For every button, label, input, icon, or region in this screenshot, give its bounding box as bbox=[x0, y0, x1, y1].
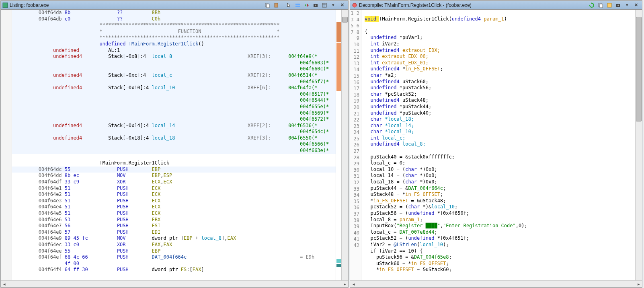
scroll-right-decompile-icon[interactable]: ▸ bbox=[635, 281, 642, 287]
refresh-icon[interactable] bbox=[588, 2, 596, 9]
decompile-line[interactable]: puStack56 = (undefined *)0x4f650f; bbox=[361, 210, 635, 217]
close-decompile-icon[interactable]: ✕ bbox=[632, 2, 640, 9]
decompile-line[interactable]: int extraout_EDX_00; bbox=[361, 53, 635, 60]
cursor-icon[interactable] bbox=[285, 2, 293, 9]
decompile-line[interactable]: char *local_10; bbox=[361, 129, 635, 135]
decompile-line[interactable]: *in_FS_OFFSET = &uStack60; bbox=[361, 267, 635, 273]
asm-row[interactable]: 004f64f4 64 ff 30 PUSH dword ptr FS:[EAX… bbox=[12, 267, 336, 273]
decompile-line[interactable]: int iVar2; bbox=[361, 41, 635, 47]
decompile-line[interactable]: char *local_18; bbox=[361, 116, 635, 123]
diff-icon[interactable] bbox=[303, 2, 311, 9]
decompile-line[interactable]: local_10 = (char *)0x0; bbox=[361, 167, 635, 173]
asm-row[interactable]: 004f64ef 68 4c 66 PUSH DAT_004f664c = E9… bbox=[12, 254, 336, 261]
xref-cont[interactable]: 004f6572(* bbox=[12, 116, 336, 123]
decompile-line[interactable]: uStack60 = *in_FS_OFFSET; bbox=[361, 261, 635, 267]
xref-cont[interactable]: 004f655e(* bbox=[12, 104, 336, 110]
export-icon[interactable] bbox=[605, 2, 613, 9]
snapshot-decompile-icon[interactable] bbox=[614, 2, 622, 9]
xref-cont[interactable]: 004f6603(* bbox=[12, 60, 336, 66]
var-def[interactable]: undefined4 Stack[-0x18]:4 local_18 XREF[… bbox=[12, 135, 336, 142]
scroll-right-icon[interactable]: ▸ bbox=[341, 281, 348, 287]
decompile-line[interactable]: iVar2 = @LStrLen(local_10); bbox=[361, 242, 635, 248]
decompile-line[interactable]: local_c = 0; bbox=[361, 160, 635, 167]
listing-row[interactable]: 004f64db c0 ?? C0h bbox=[12, 16, 336, 23]
xref-cont[interactable]: 004f660c(* bbox=[12, 66, 336, 72]
decompile-line[interactable]: pcStack52 = (char *)&local_10; bbox=[361, 204, 635, 210]
decompile-line[interactable] bbox=[361, 10, 635, 16]
decompile-line[interactable] bbox=[361, 22, 635, 29]
var-def[interactable]: undefined4 Stack[-0xc]:4 local_c XREF[2]… bbox=[12, 72, 336, 79]
xref-cont[interactable]: 004f654c(* bbox=[12, 129, 336, 135]
listing-row[interactable]: 004f64da 8b ?? 8Bh bbox=[12, 10, 336, 16]
scroll-left-decompile-icon[interactable]: ◂ bbox=[350, 281, 357, 287]
decompile-line[interactable]: puStack40 = &stack0xfffffffc; bbox=[361, 154, 635, 160]
asm-row[interactable]: 004f64ec 33 c0 XOR EAX,EAX bbox=[12, 242, 336, 248]
copy-icon[interactable] bbox=[263, 2, 271, 9]
decompile-line[interactable]: puStack56 = &DAT_004f65e8; bbox=[361, 254, 635, 261]
decompile-line[interactable]: local_c = DAT_007e8d44; bbox=[361, 229, 635, 236]
scroll-left-icon[interactable]: ◂ bbox=[1, 281, 8, 287]
asm-row[interactable]: 004f64e6 53 PUSH EBX bbox=[12, 217, 336, 223]
decompile-line[interactable]: undefined *puStack44; bbox=[361, 104, 635, 110]
xref-cont[interactable]: 004f6569(* bbox=[12, 110, 336, 117]
decompile-line[interactable]: undefined4 *in_FS_OFFSET; bbox=[361, 66, 635, 72]
snapshot-icon[interactable] bbox=[312, 2, 320, 9]
asm-row[interactable]: 004f64e7 56 PUSH ESI bbox=[12, 223, 336, 229]
listing-minimap[interactable] bbox=[336, 10, 341, 280]
xref-cont[interactable]: 004f663e(* bbox=[12, 148, 336, 154]
asm-row[interactable]: 004f64dd 8b ec MOV EBP,ESP bbox=[12, 173, 336, 179]
var-def[interactable]: undefined4 Stack[-0x14]:4 local_14 XREF[… bbox=[12, 123, 336, 129]
asm-row[interactable]: 004f64e5 51 PUSH ECX bbox=[12, 210, 336, 217]
listing-scrollbar-h[interactable]: ◂ ▸ bbox=[1, 280, 348, 287]
decompile-code[interactable]: void TMainForm.Register1Click(undefined4… bbox=[361, 10, 635, 280]
asm-row[interactable]: 004f64e8 57 PUSH EDI bbox=[12, 229, 336, 236]
xref-cont[interactable]: 004f6544(* bbox=[12, 97, 336, 104]
func-sig[interactable]: undefined TMainForm.Register1Click() bbox=[12, 41, 336, 47]
listing-scrollbar-v[interactable] bbox=[341, 10, 348, 280]
dropdown-icon[interactable]: ▾ bbox=[329, 2, 337, 9]
asm-row[interactable]: 004f64dc 55 PUSH EBP bbox=[12, 167, 336, 173]
decompile-line[interactable]: undefined *puStack56; bbox=[361, 85, 635, 91]
decompile-line[interactable]: *in_FS_OFFSET = &uStack48; bbox=[361, 198, 635, 204]
decompile-line[interactable]: int local_c; bbox=[361, 135, 635, 142]
paste-icon[interactable] bbox=[272, 2, 280, 9]
decompile-line[interactable]: pcStack52 = (undefined *)0x4f651f; bbox=[361, 235, 635, 242]
asm-row[interactable]: 004f64e9 89 45 fc MOV dword ptr [EBP + l… bbox=[12, 235, 336, 242]
decompile-line[interactable]: char *a2; bbox=[361, 72, 635, 79]
close-listing-icon[interactable]: ✕ bbox=[338, 2, 346, 9]
decompile-line[interactable]: local_14 = (char *)0x0; bbox=[361, 173, 635, 179]
dropdown-decompile-icon[interactable]: ▾ bbox=[623, 2, 631, 9]
decompile-line[interactable]: char *pcStack52; bbox=[361, 91, 635, 98]
fn-label[interactable]: TMainForm.Register1Click bbox=[12, 160, 336, 167]
decompile-line[interactable]: undefined4 extraout_EDX; bbox=[361, 47, 635, 54]
listing-code[interactable]: 004f64da 8b ?? 8Bh 004f64db c0 ?? C0h **… bbox=[12, 10, 336, 280]
asm-row[interactable]: 004f64ee 55 PUSH EBP bbox=[12, 248, 336, 255]
asm-row[interactable]: 004f64e3 51 PUSH ECX bbox=[12, 198, 336, 204]
decompile-line[interactable]: local_18 = (char *)0x0; bbox=[361, 179, 635, 185]
var-def[interactable]: undefined4 Stack[-0x10]:4 local_10 XREF[… bbox=[12, 85, 336, 91]
decompile-scrollbar-v[interactable] bbox=[635, 10, 642, 280]
xref-cont[interactable]: 004f6517(* bbox=[12, 91, 336, 98]
var-def[interactable]: undefined4 Stack[-0x8]:4 local_8 XREF[3]… bbox=[12, 53, 336, 60]
decompile-line[interactable]: puStack44 = &DAT_004f664c; bbox=[361, 185, 635, 192]
decompile-line[interactable]: int extraout_EDX_01; bbox=[361, 60, 635, 66]
var-def[interactable]: undefined AL:1 bbox=[12, 47, 336, 54]
decompile-line[interactable]: { bbox=[361, 29, 635, 35]
decompile-line[interactable]: undefined4 uStack48; bbox=[361, 97, 635, 104]
asm-row[interactable]: 004f64e4 51 PUSH ECX bbox=[12, 204, 336, 210]
decompile-line[interactable] bbox=[361, 148, 635, 154]
asm-row[interactable]: 4f 00 bbox=[12, 261, 336, 267]
xref-cont[interactable]: 004f65f7(* bbox=[12, 79, 336, 85]
decompile-line[interactable]: uStack48 = *in_FS_OFFSET; bbox=[361, 191, 635, 198]
decompile-line[interactable]: if (iVar2 == 10) { bbox=[361, 248, 635, 255]
decompile-line[interactable]: local_8 = param_1; bbox=[361, 217, 635, 223]
fields-icon[interactable] bbox=[320, 2, 328, 9]
decompile-line[interactable]: undefined4 local_8; bbox=[361, 141, 635, 148]
decompile-line[interactable]: undefined *puStack40; bbox=[361, 110, 635, 117]
copy-decompile-icon[interactable] bbox=[597, 2, 605, 9]
decompile-line[interactable]: undefined4 uStack60; bbox=[361, 79, 635, 85]
asm-row[interactable]: 004f64df 33 c9 XOR ECX,ECX bbox=[12, 179, 336, 185]
decompile-scrollbar-h[interactable]: ◂ ▸ bbox=[350, 280, 642, 287]
decompile-line[interactable]: void TMainForm.Register1Click(undefined4… bbox=[361, 16, 635, 23]
decompile-line[interactable]: InputBox("Register ████","Enter Registra… bbox=[361, 223, 635, 229]
